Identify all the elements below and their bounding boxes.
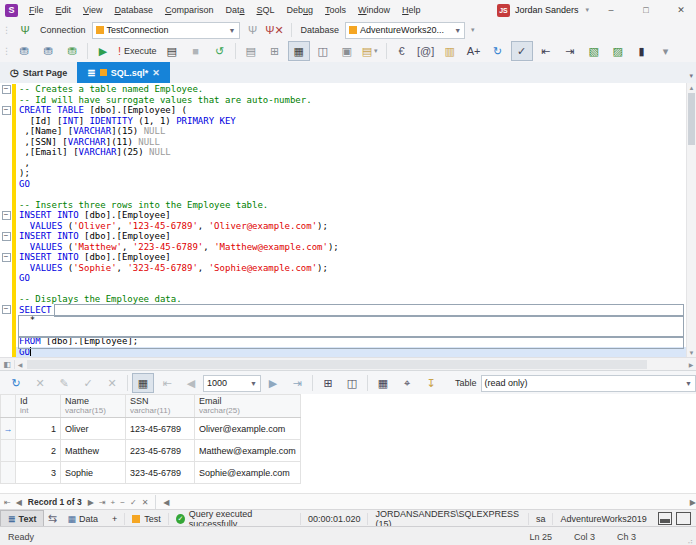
data-import-button[interactable]: ▦ [288, 41, 310, 61]
editor-line[interactable] [0, 284, 687, 295]
scroll-up-icon[interactable]: ▲ [687, 83, 696, 92]
menu-edit[interactable]: Edit [50, 0, 78, 20]
editor-line[interactable]: −-- Creates a table named Employee. [0, 84, 687, 95]
editor-horizontal-scrollbar[interactable]: ◧ ◀ ▶ [0, 357, 696, 371]
page-size-caret-icon[interactable]: ▼ [250, 380, 257, 387]
minimize-button[interactable]: – [596, 0, 626, 20]
new-sql-button[interactable]: ⛃ [13, 41, 35, 61]
fold-collapse-icon[interactable]: − [2, 232, 11, 241]
vertical-scroll-thumb[interactable] [688, 93, 695, 145]
editor-line[interactable]: ,[Name] [VARCHAR](15) NULL [0, 126, 687, 137]
start-debug-button[interactable]: ▶ [92, 41, 114, 61]
user-menu-caret-icon[interactable]: ▾ [585, 6, 589, 14]
image-button[interactable]: ▣ [336, 41, 358, 61]
column-header-email[interactable]: Emailvarchar(25) [195, 395, 301, 418]
editor-line[interactable]: -- Inserts three rows into the Employee … [0, 200, 687, 211]
execute-script-button[interactable]: ▤ [161, 41, 183, 61]
sql-check-button[interactable]: ✓ [511, 41, 533, 61]
connbar-overflow-icon[interactable]: ▾ [471, 26, 475, 34]
table-row[interactable]: 2Matthew223-45-6789Matthew@example.com [1, 440, 301, 462]
last-record-icon[interactable]: ⇥ [99, 498, 106, 507]
table-row[interactable]: →1Oliver123-45-6789Oliver@example.com [1, 418, 301, 440]
editor-line[interactable]: FROM [dbo].[Employee]; [0, 336, 687, 347]
editor-line[interactable]: ,[SSN] [VARCHAR](11) NULL [0, 137, 687, 148]
row-selector[interactable] [1, 462, 16, 484]
text-size-button[interactable]: A+ [463, 41, 485, 61]
fold-collapse-icon[interactable]: − [2, 85, 11, 94]
editor-line[interactable]: VALUES ('Oliver', '123-45-6789', 'Oliver… [0, 221, 687, 232]
open-sql-button[interactable]: ⛃ [37, 41, 59, 61]
folder-go-button[interactable]: ▥ [439, 41, 461, 61]
scroll-down-icon[interactable]: ▼ [687, 348, 696, 357]
toolbar-overflow-button[interactable]: ▾ [655, 41, 677, 61]
editor-line[interactable]: −INSERT INTO [dbo].[Employee] [0, 210, 687, 221]
table-mode-caret-icon[interactable]: ▼ [685, 380, 692, 387]
stop-button[interactable]: ■ [185, 41, 207, 61]
uncomment-button[interactable]: ▨ [607, 41, 629, 61]
editor-line[interactable]: ); [0, 168, 687, 179]
cell[interactable]: 2 [16, 440, 61, 462]
user-name[interactable]: Jordan Sanders [515, 5, 579, 15]
connect-icon[interactable]: Ψ [244, 22, 262, 38]
stop-results-button[interactable]: ✕ [29, 373, 51, 393]
cancel-changes-button[interactable]: ✕ [101, 373, 123, 393]
menu-window[interactable]: Window [352, 0, 396, 20]
cell[interactable]: 223-45-6789 [126, 440, 195, 462]
next-page-button[interactable]: ▶ [262, 373, 284, 393]
snapshot-button[interactable]: ▤ [240, 41, 262, 61]
indent-increase-button[interactable]: ⇥ [559, 41, 581, 61]
connection-combo[interactable]: TestConnection ▼ [92, 22, 240, 39]
save-sql-button[interactable]: ⛃ [61, 41, 83, 61]
last-page-button[interactable]: ⇥ [286, 373, 308, 393]
editor-line[interactable]: −CREATE TABLE [dbo].[Employee] ( [0, 105, 687, 116]
editor-line[interactable]: -- Id will have surrogate values that ar… [0, 95, 687, 106]
maximize-panel-icon[interactable] [676, 512, 691, 525]
find-in-grid-button[interactable]: ⌖ [396, 373, 418, 393]
first-page-button[interactable]: ⇤ [156, 373, 178, 393]
tab-sql-sql-[interactable]: ≣SQL.sql*✕ [77, 62, 169, 83]
card-view-button[interactable]: ◫ [341, 373, 363, 393]
export-button[interactable]: ⊞ [264, 41, 286, 61]
disconnect-icon[interactable]: Ψ✕ [266, 22, 284, 38]
menu-sql[interactable]: SQL [251, 0, 281, 20]
table-row[interactable]: 3Sophie323-45-6789Sophie@example.com [1, 462, 301, 484]
fold-collapse-icon[interactable]: − [2, 106, 11, 115]
cell[interactable]: Sophie [61, 462, 126, 484]
editor-line[interactable]: −INSERT INTO [dbo].[Employee] [0, 252, 687, 263]
editor-line[interactable]: * [0, 315, 687, 326]
menu-file[interactable]: File [23, 0, 50, 20]
comment-button[interactable]: ▧ [583, 41, 605, 61]
history-button[interactable]: ↺ [209, 41, 231, 61]
menu-view[interactable]: View [77, 0, 108, 20]
apply-changes-button[interactable]: ✓ [77, 373, 99, 393]
cell[interactable]: 123-45-6789 [126, 418, 195, 440]
tab-text-view[interactable]: ≣ Text [0, 510, 44, 527]
editor-line[interactable]: GO [0, 273, 687, 284]
editor-line[interactable]: , [0, 158, 687, 169]
post-edit-icon[interactable]: ✓ [130, 498, 137, 507]
tab-scroll-caret-icon[interactable]: ▾ [689, 72, 696, 83]
column-header-ssn[interactable]: SSNvarchar(11) [126, 395, 195, 418]
row-selector[interactable]: → [1, 418, 16, 440]
append-record-icon[interactable]: + [111, 498, 116, 507]
menu-database[interactable]: Database [108, 0, 159, 20]
menu-debug[interactable]: Debug [281, 0, 320, 20]
cell[interactable]: 1 [16, 418, 61, 440]
prev-page-button[interactable]: ◀ [180, 373, 202, 393]
editor-line[interactable]: VALUES ('Sophie', '323-45-6789', 'Sophie… [0, 263, 687, 274]
tab-close-icon[interactable]: ✕ [152, 68, 160, 78]
sql-editor[interactable]: −-- Creates a table named Employee.-- Id… [0, 83, 696, 357]
editor-line[interactable]: ,[Email] [VARCHAR](25) NULL [0, 147, 687, 158]
cell[interactable]: 3 [16, 462, 61, 484]
menu-tools[interactable]: Tools [319, 0, 352, 20]
menu-comparison[interactable]: Comparison [159, 0, 220, 20]
prev-record-icon[interactable]: ◀ [16, 498, 22, 507]
cell[interactable]: Sophie@example.com [195, 462, 301, 484]
fold-collapse-icon[interactable]: − [2, 305, 11, 314]
close-button[interactable]: ✕ [666, 0, 696, 20]
resize-grip-icon[interactable]: ⣠ [687, 535, 694, 544]
editor-line[interactable]: GO [0, 347, 687, 358]
row-selector[interactable] [1, 440, 16, 462]
bookmark-button[interactable]: ▮ [631, 41, 653, 61]
grid-scroll-left-icon[interactable]: ◀ [163, 498, 169, 507]
